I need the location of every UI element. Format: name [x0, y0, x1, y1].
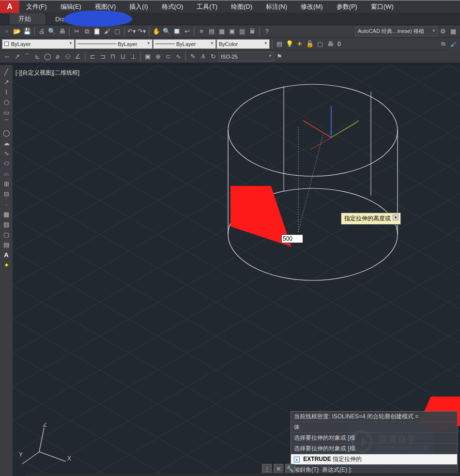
grid-toggle-icon[interactable]: ▦	[448, 27, 458, 36]
menu-draw[interactable]: 绘图(D)	[224, 0, 259, 13]
print-icon[interactable]: 🖨	[37, 27, 46, 36]
dimstyle-dropdown[interactable]: ISO-25	[218, 52, 274, 61]
hatch-tool-icon[interactable]: ▦	[0, 209, 12, 219]
opt-t[interactable]: T	[313, 466, 317, 473]
drawing-viewport[interactable]: [-][自定义视图][二维线框]	[13, 65, 460, 476]
height-input[interactable]	[281, 234, 303, 243]
horizontal-scrollbar[interactable]	[25, 473, 460, 476]
center-mark-icon[interactable]: ⊕	[153, 52, 163, 61]
zoom-icon[interactable]: 🔍	[162, 27, 171, 36]
publish-icon[interactable]: 🖶	[57, 27, 67, 36]
dim-radius-icon[interactable]: ◯	[43, 52, 52, 61]
arc-tool-icon[interactable]: ⌒	[0, 118, 12, 127]
menu-file[interactable]: 文件(F)	[19, 0, 54, 13]
menu-modify[interactable]: 修改(M)	[294, 0, 330, 13]
dim-linear-icon[interactable]: ↔	[2, 52, 12, 61]
menu-param[interactable]: 参数(P)	[330, 0, 364, 13]
command-window[interactable]: ⋮ ✕ 🔧 当前线框密度: ISOLINES=4 闭合轮廓创建模式 = 体 选择…	[291, 411, 458, 476]
block-icon[interactable]: ▢	[112, 27, 122, 36]
menu-tools[interactable]: 工具(T)	[190, 0, 224, 13]
copy-icon[interactable]: ⧉	[82, 27, 92, 36]
dim-aligned-icon[interactable]: ↗	[12, 52, 22, 61]
ellipse-arc-tool-icon[interactable]: ⌓	[0, 169, 12, 178]
rectangle-tool-icon[interactable]: ▭	[0, 107, 12, 117]
dim-space-icon[interactable]: ⊔	[118, 52, 128, 61]
dim-tedit-icon[interactable]: Ａ	[198, 52, 208, 61]
workspace-dropdown[interactable]: AutoCAD 经典…inese) 移植	[355, 27, 438, 36]
make-block-icon[interactable]: ⊟	[0, 189, 12, 199]
opt-e[interactable]: E	[341, 466, 345, 473]
dim-baseline-icon[interactable]: ⊐	[98, 52, 107, 61]
dimstyle-manager-icon[interactable]: ⚑	[275, 52, 284, 61]
sheetset-icon[interactable]: ▤	[207, 27, 216, 36]
dim-continue-icon[interactable]: ⊓	[108, 52, 118, 61]
menu-window[interactable]: 窗口(W)	[364, 0, 400, 13]
dim-diameter-icon[interactable]: ⌀	[53, 52, 62, 61]
linetype-dropdown[interactable]: ByLayer	[75, 39, 153, 49]
tab-start[interactable]: 开始	[10, 13, 46, 25]
layer-plot-icon[interactable]: 🖶	[325, 39, 335, 49]
jog-line-icon[interactable]: ∿	[173, 52, 183, 61]
gradient-tool-icon[interactable]: ▨	[0, 219, 12, 229]
dim-update-icon[interactable]: ↻	[208, 52, 218, 61]
cmd-options-icon[interactable]: 🔧	[285, 464, 295, 474]
redo-icon[interactable]: ↷▾	[137, 27, 147, 36]
help-icon[interactable]: ?	[262, 27, 272, 36]
tolerance-icon[interactable]: ▣	[143, 52, 153, 61]
polyline-tool-icon[interactable]: ⌇	[0, 87, 12, 97]
lineweight-dropdown[interactable]: ByLayer	[153, 39, 216, 49]
tooltip-options-icon[interactable]: ▾	[393, 215, 399, 220]
menu-format[interactable]: 格式(O)	[155, 0, 190, 13]
tool-palette-icon[interactable]: ▦	[217, 27, 227, 36]
zoom-prev-icon[interactable]: ↩	[182, 27, 192, 36]
circle-tool-icon[interactable]: ◯	[0, 128, 12, 138]
cmd-grip-icon[interactable]: ⋮	[262, 464, 272, 474]
menu-insert[interactable]: 插入(I)	[123, 0, 154, 13]
layer-dropdown[interactable]: ByLayer	[2, 39, 75, 49]
zoom-window-icon[interactable]: 🔲	[172, 27, 182, 36]
revcloud-tool-icon[interactable]: ☁	[0, 138, 12, 148]
region-tool-icon[interactable]: ▢	[0, 230, 12, 239]
add-selected-icon[interactable]: ✦	[0, 260, 12, 270]
dim-arc-icon[interactable]: ⌒	[22, 52, 32, 61]
inspect-icon[interactable]: ⊂	[163, 52, 173, 61]
design-center-icon[interactable]: ▣	[227, 27, 237, 36]
cmd-close-icon[interactable]: ✕	[274, 464, 283, 474]
properties-icon[interactable]: ≡	[197, 27, 206, 36]
dim-break-icon[interactable]: ⊥	[128, 52, 138, 61]
layer-color-icon[interactable]: ▢	[315, 39, 325, 49]
markup-icon[interactable]: ▥	[237, 27, 247, 36]
pan-icon[interactable]: ✋	[152, 27, 161, 36]
menu-dimension[interactable]: 标注(N)	[259, 0, 294, 13]
dim-ordinate-icon[interactable]: ⊾	[32, 52, 42, 61]
polygon-tool-icon[interactable]: ⬠	[0, 97, 12, 107]
xline-tool-icon[interactable]: ↗	[0, 77, 12, 87]
cut-icon[interactable]: ✂	[72, 27, 81, 36]
calc-icon[interactable]: 🖩	[247, 27, 257, 36]
undo-icon[interactable]: ↶▾	[127, 27, 137, 36]
line-tool-icon[interactable]: ╱	[0, 67, 12, 77]
dim-edit-icon[interactable]: ✎	[188, 52, 198, 61]
save-icon[interactable]: 💾	[22, 27, 32, 36]
color-dropdown[interactable]: ByColor	[216, 39, 270, 49]
layer-lock-icon[interactable]: 🔓	[305, 39, 315, 49]
layer-on-icon[interactable]: 💡	[285, 39, 294, 49]
table-tool-icon[interactable]: ▤	[0, 240, 12, 249]
brush-icon[interactable]: 🖌	[450, 41, 456, 48]
new-file-icon[interactable]: ▫	[2, 27, 12, 36]
paste-icon[interactable]: 📋	[92, 27, 102, 36]
dim-angular-icon[interactable]: ∠	[73, 52, 83, 61]
layer-properties-icon[interactable]: ▤	[275, 39, 284, 49]
cmd-arrow-icon[interactable]: ▸	[294, 457, 300, 462]
open-file-icon[interactable]: 📂	[12, 27, 22, 36]
gear-icon[interactable]: ⚙	[438, 27, 448, 36]
match-icon[interactable]: 🖌	[102, 27, 112, 36]
insert-block-icon[interactable]: ⊞	[0, 179, 12, 188]
point-tool-icon[interactable]: ·	[0, 199, 12, 209]
mtext-tool-icon[interactable]: A	[0, 250, 12, 260]
dim-quick-icon[interactable]: ⊏	[88, 52, 97, 61]
dim-jogged-icon[interactable]: ⦵	[63, 52, 73, 61]
ellipse-tool-icon[interactable]: ⬭	[0, 158, 12, 168]
spline-tool-icon[interactable]: ∿	[0, 148, 12, 158]
preview-icon[interactable]: 🔍	[47, 27, 57, 36]
